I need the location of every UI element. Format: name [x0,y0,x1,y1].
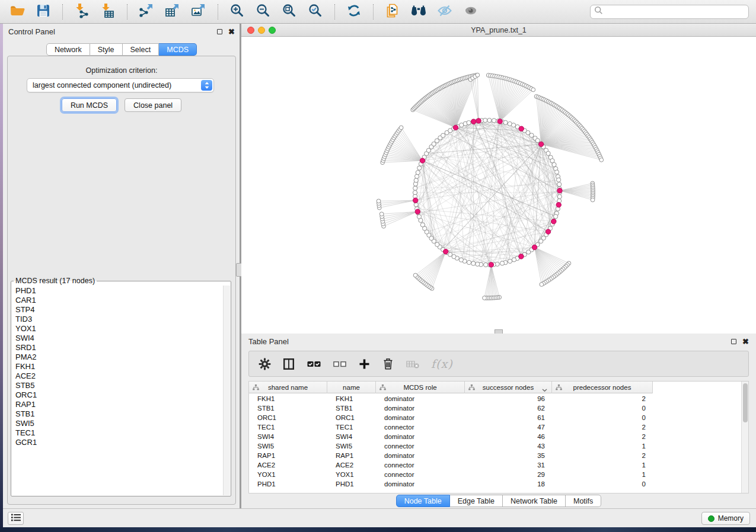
delete-table-button[interactable] [406,358,420,370]
mcds-result-item[interactable]: ORC1 [12,390,223,400]
network-node[interactable] [512,258,516,262]
network-node-dominator[interactable] [489,262,493,267]
save-button[interactable] [33,2,53,21]
task-history-button[interactable] [8,512,24,525]
table-settings-button[interactable] [259,358,271,370]
network-node[interactable] [471,261,476,265]
network-node-dominator[interactable] [420,158,425,163]
network-node-dominator[interactable] [532,245,537,249]
network-node[interactable] [531,88,535,92]
network-node[interactable] [550,159,554,163]
network-node-dominator[interactable] [415,209,420,214]
maximize-window-icon[interactable] [269,27,276,34]
network-node-dominator[interactable] [453,125,458,130]
deselect-all-button[interactable] [333,358,347,370]
export-table-button[interactable] [162,2,183,21]
network-node[interactable] [459,258,463,262]
network-node-dominator[interactable] [538,142,543,146]
float-panel-icon[interactable] [731,339,736,344]
table-row[interactable]: STB1STB1dominator620 [249,403,741,413]
zoom-selected-button[interactable] [305,2,326,21]
mcds-result-item[interactable]: STB5 [12,381,223,390]
network-node[interactable] [527,250,531,254]
tab-node-table[interactable]: Node Table [396,495,450,507]
network-node-dominator[interactable] [519,126,524,131]
network-node[interactable] [554,170,559,174]
memory-button[interactable]: Memory [701,512,750,525]
mcds-list-scrollbar[interactable] [223,286,230,495]
network-node[interactable] [557,194,562,198]
network-node-dominator[interactable] [443,249,448,254]
tab-edge-table[interactable]: Edge Table [450,495,503,507]
table-row[interactable]: SWI4SWI4dominator462 [249,432,741,441]
network-node[interactable] [484,262,488,267]
horizontal-splitter-handle[interactable] [495,329,503,334]
network-node[interactable] [417,166,422,170]
mcds-result-item[interactable]: STP4 [12,305,223,315]
network-node[interactable] [599,158,604,162]
network-node[interactable] [476,73,480,77]
column-header-predecessor-nodes[interactable]: predecessor nodes [552,382,653,393]
tab-network-table[interactable]: Network Table [503,495,566,507]
column-header-shared-name[interactable]: shared name [249,382,327,393]
import-table-button[interactable] [98,2,118,21]
network-node[interactable] [591,198,595,202]
criterion-select[interactable]: largest connected component (undirected) [27,78,214,92]
table-scrollbar[interactable] [741,382,748,493]
network-node-dominator[interactable] [476,118,481,123]
close-panel-icon[interactable]: ✖ [228,28,235,36]
mcds-result-item[interactable]: SRD1 [12,343,223,352]
column-header-successor-nodes[interactable]: successor nodes [465,382,552,393]
delete-column-button[interactable] [382,358,394,370]
mcds-result-item[interactable]: PMA2 [12,352,223,362]
network-node[interactable] [377,199,381,203]
float-panel-icon[interactable] [217,29,222,34]
mcds-result-item[interactable]: FKH1 [12,362,223,371]
network-node[interactable] [552,162,556,166]
network-node-dominator[interactable] [413,198,418,203]
network-node[interactable] [529,133,534,137]
network-node[interactable] [417,214,421,219]
network-node[interactable] [508,259,512,263]
mcds-result-item[interactable]: PHD1 [12,286,223,296]
search-input[interactable] [605,8,745,16]
network-node[interactable] [554,214,558,219]
table-row[interactable]: PHD1PHD1dominator180 [249,479,741,489]
mcds-result-item[interactable]: GCR1 [12,438,223,447]
network-node-dominator[interactable] [546,229,550,234]
table-scrollbar-thumb[interactable] [743,383,748,422]
network-node[interactable] [441,133,445,137]
minimize-window-icon[interactable] [258,27,265,34]
table-row[interactable]: TEC1TEC1connector472 [249,422,741,432]
column-header-MCDS-role[interactable]: MCDS role [376,382,465,393]
network-node[interactable] [540,283,544,287]
network-node[interactable] [416,171,420,175]
search-binoculars-button[interactable] [409,2,429,21]
add-column-button[interactable] [358,358,371,370]
network-node[interactable] [546,151,550,155]
network-node[interactable] [476,262,480,266]
network-node[interactable] [535,139,540,143]
function-builder-button[interactable]: f(x) [431,357,453,370]
network-node[interactable] [557,178,561,182]
import-network-button[interactable] [72,2,92,21]
mcds-result-item[interactable]: STB1 [12,409,223,419]
zoom-fit-button[interactable] [279,2,299,21]
export-network-button[interactable] [136,2,157,21]
network-node[interactable] [467,260,471,264]
network-node[interactable] [414,178,418,182]
network-node[interactable] [467,121,471,125]
mcds-result-item[interactable]: CAR1 [12,296,223,305]
tab-motifs[interactable]: Motifs [566,495,601,507]
network-node[interactable] [511,123,515,127]
mcds-result-item[interactable]: SWI5 [12,419,223,428]
mcds-result-item[interactable]: TID3 [12,315,223,324]
network-node-dominator[interactable] [557,188,562,193]
table-row[interactable]: ACE2ACE2connector311 [249,460,741,470]
network-node[interactable] [483,296,487,300]
column-header-name[interactable]: name [327,382,376,393]
mcds-result-item[interactable]: SWI4 [12,334,223,343]
network-node[interactable] [483,118,487,122]
network-node-dominator[interactable] [519,254,524,259]
hide-selected-button[interactable] [435,2,455,21]
